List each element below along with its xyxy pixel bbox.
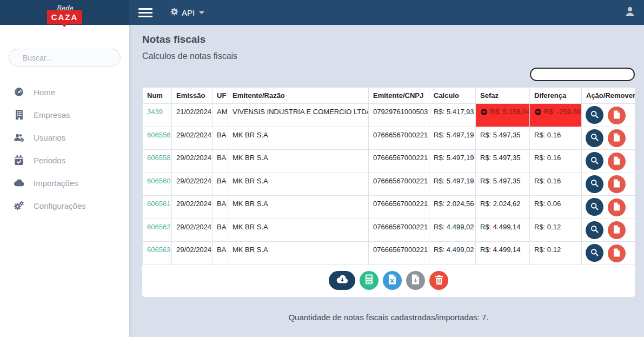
cell-razao: MK BR S.A [228,127,369,150]
view-nota-button[interactable] [586,198,603,216]
table-filter-input[interactable] [530,68,635,81]
nota-number-link[interactable]: 606563 [147,246,170,254]
gears-icon [14,200,24,211]
speedometer-icon [14,87,24,97]
file-icon [613,225,620,235]
nota-document-button[interactable] [608,107,626,124]
sidebar-search-input[interactable] [9,49,121,67]
cell-uf: BA [213,196,228,219]
view-nota-button[interactable] [586,221,603,239]
table-row: 606556 29/02/2024 BA MK BR S.A 076665670… [143,127,635,150]
sidebar-item-label: Usuarios [34,133,65,142]
api-dropdown[interactable]: API [170,7,204,18]
brand-logo[interactable]: Rede CAZA [0,0,129,25]
view-nota-button[interactable] [586,175,603,193]
cell-calculo: R$: 4.499,02 [429,219,476,242]
sidebar-item-usuarios[interactable]: Usuarios [0,126,129,149]
cell-razao: MK BR S.A [228,219,369,242]
sidebar-item-periodos[interactable]: Periodos [0,149,129,171]
magnifier-icon [590,110,599,121]
magnifier-icon [590,224,599,235]
excel-export-button[interactable] [383,271,402,290]
users-gear-icon [14,132,24,143]
cell-uf: AM [213,104,228,127]
bulk-actions-toolbar [142,265,635,297]
cell-calculo: R$: 5.497,19 [429,150,476,173]
cell-diferenca: R$: 0.12 [530,219,582,242]
delete-button[interactable] [429,271,448,290]
sidebar: Home Empresas Usuarios [0,25,129,337]
cell-sefaz: R$: 2.024,62 [476,196,530,219]
cell-cnpj: 07666567000221 [369,242,429,265]
hamburger-menu-icon[interactable] [138,6,152,19]
cell-emissao: 21/02/2024 [172,104,213,127]
minus-circle-icon [480,108,488,117]
user-menu-button[interactable] [623,5,636,20]
nota-number-link[interactable]: 606560 [147,177,170,185]
col-header-calculo: Calculo [429,88,476,104]
cell-uf: BA [213,219,228,242]
cell-sefaz: R$: 5.497,35 [476,150,530,173]
table-row: 606558 29/02/2024 BA MK BR S.A 076665670… [143,150,635,173]
sidebar-item-empresas[interactable]: Empresas [0,103,129,126]
col-header-diferenca: Diferença [530,88,582,104]
nota-document-button[interactable] [608,245,626,262]
cell-diferenca: R$: 0.16 [530,127,582,150]
app-window: Rede CAZA API [0,0,644,337]
cell-razao: VIVENSIS INDUSTRIA E COMERCIO LTDA [228,104,369,127]
cell-razao: MK BR S.A [228,196,369,219]
notas-table-body: 3439 21/02/2024 AM VIVENSIS INDUSTRIA E … [143,104,635,265]
cell-emissao: 29/02/2024 [172,150,213,173]
cell-calculo: R$: 2.024,56 [429,196,476,219]
magnifier-icon [590,179,599,189]
cell-sefaz: R$: 4.499,14 [476,219,530,242]
table-row: 606563 29/02/2024 BA MK BR S.A 076665670… [143,242,635,265]
view-nota-button[interactable] [586,129,603,147]
sidebar-item-home[interactable]: Home [0,81,129,103]
table-row: 606560 29/02/2024 BA MK BR S.A 076665670… [143,173,635,196]
page-title: Notas fiscais [142,34,635,45]
nota-number-link[interactable]: 606556 [147,131,170,139]
cell-razao: MK BR S.A [228,173,369,196]
nota-document-button[interactable] [608,199,626,216]
nota-document-button[interactable] [608,153,626,170]
gear-icon [170,7,179,18]
file-excel-icon [388,274,396,286]
cell-diferenca: R$: 0.16 [530,173,582,196]
view-nota-button[interactable] [586,244,603,262]
nota-number-link[interactable]: 3439 [147,108,163,116]
cell-calculo: R$: 5.417,93 [429,104,476,127]
nota-document-button[interactable] [608,221,626,239]
col-header-cnpj: Emitente/CNPJ [369,88,429,104]
page-subtitle: Calculos de notas fiscais [142,51,635,61]
cell-cnpj: 07666567000221 [369,150,429,173]
cell-diferenca: R$: 0.12 [530,242,582,265]
nota-document-button[interactable] [608,175,626,193]
file-download-button[interactable] [406,271,425,290]
cell-razao: MK BR S.A [228,150,369,173]
col-header-uf: UF [213,88,228,104]
cell-sefaz: R$: 5.497,35 [476,173,530,196]
cloud-icon [14,177,24,188]
sidebar-item-configuracoes[interactable]: Configurações [0,194,129,217]
sidebar-item-label: Home [34,88,55,97]
file-icon [613,110,620,121]
nota-number-link[interactable]: 606558 [147,154,170,162]
magnifier-icon [590,133,599,143]
calculator-button[interactable] [360,271,379,290]
nota-number-link[interactable]: 606561 [147,200,170,208]
sidebar-item-importacoes[interactable]: Importações [0,171,129,194]
view-nota-button[interactable] [586,106,603,124]
cell-diferenca: R$: -259.89 [530,104,582,127]
nota-number-link[interactable]: 606562 [147,223,170,231]
cell-uf: BA [213,150,228,173]
col-header-razao: Emitente/Razão [228,88,369,104]
cell-cnpj: 07666567000221 [369,196,429,219]
view-nota-button[interactable] [586,152,603,170]
cloud-download-button[interactable] [329,271,355,290]
magnifier-icon [590,202,599,213]
file-icon [613,179,620,189]
cell-cnpj: 07666567000221 [369,219,429,242]
nota-document-button[interactable] [608,129,626,147]
notas-table: Num Emissão UF Emitente/Razão Emitente/C… [142,87,635,265]
